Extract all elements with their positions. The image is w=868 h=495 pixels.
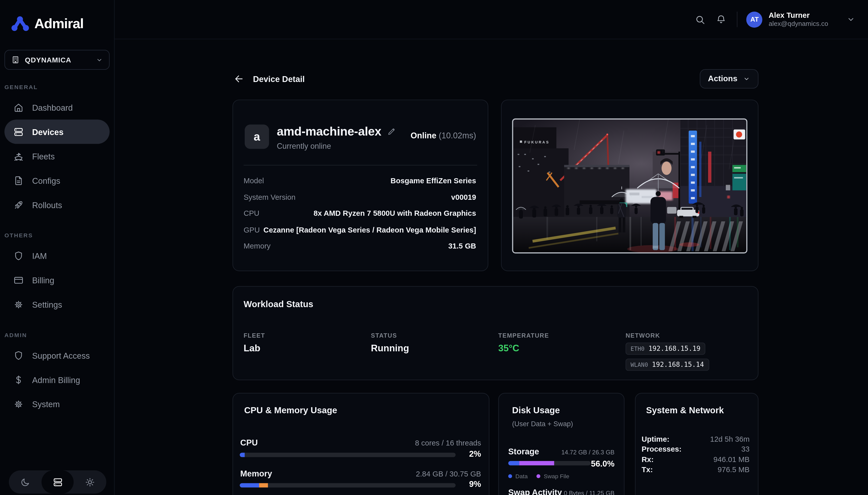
fleet-value: Lab — [244, 343, 265, 354]
moon-icon — [20, 477, 30, 487]
spec-label: Memory — [244, 242, 270, 250]
topbar-divider — [737, 12, 738, 27]
data-dot — [508, 474, 512, 478]
cpu-progress-fill — [240, 453, 245, 457]
storage-info: 14.72 GB / 26.3 GB — [561, 449, 614, 456]
sidebar-item-rollouts[interactable]: Rollouts — [4, 193, 110, 217]
fleet-label: FLEET — [244, 332, 265, 339]
page-header: Device Detail Actions — [233, 69, 758, 88]
system-network-card: System & Network Uptime: 12d 5h 36m Proc… — [635, 393, 758, 495]
sidebar-item-label: System — [32, 399, 60, 409]
legend-item: Swap File — [537, 473, 569, 479]
sidebar-item-support-access[interactable]: Support Access — [4, 343, 110, 368]
spec-label: GPU — [244, 226, 260, 234]
home-icon — [13, 102, 23, 113]
cpu-percent: 2% — [469, 449, 481, 458]
memory-progress-bar — [240, 483, 455, 488]
theme-light-button[interactable] — [74, 471, 106, 494]
theme-dark-button[interactable] — [9, 471, 41, 494]
workload-status: STATUS Running — [371, 332, 409, 354]
sidebar-item-billing[interactable]: Billing — [4, 268, 110, 292]
spec-row: Memory 31.5 GB — [244, 238, 476, 254]
scene-sign-text: FUKURAS — [524, 140, 550, 144]
org-name: QDYNAMICA — [25, 56, 91, 64]
search-icon — [695, 14, 705, 24]
back-button[interactable] — [233, 71, 245, 86]
sidebar-item-system[interactable]: System — [4, 392, 110, 416]
row-label: Tx: — [642, 465, 653, 474]
actions-label: Actions — [708, 74, 737, 83]
cpu-info: 8 cores / 16 threads — [415, 439, 481, 447]
network-label: NETWORK — [625, 332, 709, 339]
spec-row: CPU 8x AMD Ryzen 7 5800U with Radeon Gra… — [244, 205, 476, 222]
building-icon — [11, 55, 20, 64]
screenshot-card: FUKURAS — [501, 100, 758, 271]
memory-row: Memory 2.84 GB / 30.75 GB — [240, 468, 481, 478]
workload-fleet: FLEET Lab — [244, 332, 265, 354]
page-title: Device Detail — [253, 74, 305, 83]
workload-status-card: Workload Status FLEET Lab STATUS Running… — [233, 286, 758, 380]
spec-value: v00019 — [451, 193, 476, 201]
sun-icon — [85, 477, 95, 487]
dollar-icon — [13, 374, 23, 385]
chevron-down-icon — [96, 56, 103, 63]
user-menu[interactable]: AT Alex Turner alex@qdynamics.co — [747, 11, 855, 28]
device-screenshot-preview[interactable]: FUKURAS — [512, 119, 747, 254]
sidebar-item-admin-billing[interactable]: Admin Billing — [4, 368, 110, 392]
spec-label: CPU — [244, 209, 259, 218]
spec-label: System Version — [244, 193, 295, 201]
shield-icon — [13, 250, 23, 261]
system-title: System & Network — [646, 406, 724, 415]
cpu-progress-bar — [240, 453, 455, 457]
device-status: Online (10.02ms) — [411, 125, 476, 151]
bell-icon — [716, 14, 726, 24]
sidebar-item-fleets[interactable]: Fleets — [4, 144, 110, 168]
credit-card-icon — [13, 275, 23, 285]
sidebar-item-dashboard[interactable]: Dashboard — [4, 95, 110, 120]
memory-cached-fill — [259, 483, 268, 488]
sidebar-item-iam[interactable]: IAM — [4, 243, 110, 268]
theme-toggle — [9, 471, 106, 494]
row-label: Uptime: — [642, 435, 670, 443]
workload-title: Workload Status — [244, 299, 313, 309]
spec-value: 8x AMD Ryzen 7 5800U with Radeon Graphic… — [314, 209, 476, 218]
sidebar-section-admin: ADMIN — [4, 331, 108, 338]
latency-text: (10.02ms) — [439, 131, 476, 140]
status-text: Online — [411, 131, 436, 140]
storage-progress-bar — [508, 461, 591, 465]
chevron-down-icon — [847, 15, 855, 24]
spec-row: Model Bosgame EffiZen Series — [244, 173, 476, 189]
device-specs: Model Bosgame EffiZen Series System Vers… — [244, 173, 476, 254]
system-rows: Uptime: 12d 5h 36m Processes: 33 Rx: 946… — [642, 434, 750, 475]
network-interface-chip: WLAN0 192.168.15.14 — [625, 359, 709, 371]
org-selector[interactable]: QDYNAMICA — [4, 50, 110, 70]
temperature-value: 35°C — [498, 343, 549, 354]
actions-button[interactable]: Actions — [700, 69, 758, 88]
gear-icon — [13, 299, 23, 309]
sidebar-section-general: GENERAL — [4, 84, 108, 90]
notifications-button[interactable] — [711, 14, 732, 24]
sidebar-item-configs[interactable]: Configs — [4, 168, 110, 193]
workload-network: NETWORK ETH0 192.168.15.19 WLAN0 192.168… — [625, 332, 709, 371]
pencil-icon[interactable] — [387, 127, 396, 136]
cpu-row: CPU 8 cores / 16 threads — [240, 438, 481, 447]
storage-legend: Data Swap File — [508, 473, 569, 479]
sidebar: Admiral QDYNAMICA GENERAL Dashboard Devi… — [0, 0, 115, 495]
sidebar-section-others: OTHERS — [4, 232, 108, 238]
server-icon — [13, 126, 23, 137]
sidebar-item-settings[interactable]: Settings — [4, 292, 110, 317]
shield-icon — [13, 350, 23, 360]
theme-system-button[interactable] — [41, 471, 74, 494]
device-status-note: Currently online — [277, 142, 396, 151]
search-button[interactable] — [689, 14, 711, 24]
app-window: Admiral QDYNAMICA GENERAL Dashboard Devi… — [0, 0, 868, 495]
system-row: Uptime: 12d 5h 36m — [642, 434, 750, 444]
sidebar-item-label: IAM — [32, 251, 47, 260]
disk-subtitle: (User Data + Swap) — [512, 420, 573, 428]
interface-name: WLAN0 — [631, 361, 648, 368]
sidebar-item-label: Configs — [32, 176, 60, 185]
row-label: Rx: — [642, 456, 654, 464]
brand-name: Admiral — [34, 15, 84, 31]
sidebar-item-devices[interactable]: Devices — [4, 120, 110, 144]
cpu-label: CPU — [240, 438, 258, 447]
